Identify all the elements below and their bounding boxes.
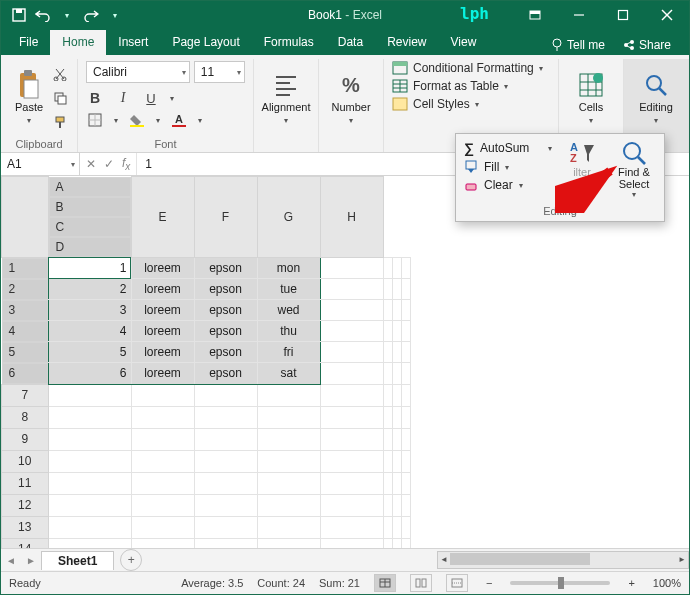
cell[interactable] bbox=[320, 321, 383, 342]
redo-icon[interactable] bbox=[81, 5, 101, 25]
cell[interactable] bbox=[48, 428, 131, 450]
cell[interactable] bbox=[401, 516, 410, 538]
paste-dropdown-icon[interactable]: ▾ bbox=[27, 116, 31, 125]
cell[interactable] bbox=[401, 406, 410, 428]
cell[interactable] bbox=[131, 384, 194, 406]
sheet-nav-next-icon[interactable]: ► bbox=[21, 555, 41, 566]
sort-filter-button[interactable]: AZ ilter▾ bbox=[556, 138, 608, 201]
copy-icon[interactable] bbox=[51, 89, 69, 107]
cell[interactable] bbox=[194, 516, 257, 538]
cell[interactable] bbox=[257, 406, 320, 428]
cell[interactable] bbox=[392, 450, 401, 472]
tab-view[interactable]: View bbox=[439, 30, 489, 55]
font-name-select[interactable]: Calibri▾ bbox=[86, 61, 190, 83]
cell[interactable] bbox=[320, 363, 383, 385]
cell[interactable] bbox=[383, 472, 392, 494]
font-color-button[interactable]: A bbox=[170, 111, 188, 129]
cell[interactable] bbox=[401, 363, 410, 385]
clear-button[interactable]: Clear ▾ bbox=[460, 176, 556, 194]
cell[interactable] bbox=[401, 428, 410, 450]
cell[interactable] bbox=[257, 428, 320, 450]
share-button[interactable]: Share bbox=[617, 35, 677, 55]
find-select-button[interactable]: Find & Select▾ bbox=[608, 138, 660, 201]
cell[interactable] bbox=[392, 300, 401, 321]
cell[interactable]: epson bbox=[194, 363, 257, 385]
fill-color-button[interactable] bbox=[128, 111, 146, 129]
view-normal-button[interactable] bbox=[374, 574, 396, 592]
zoom-slider-thumb[interactable] bbox=[558, 577, 564, 589]
cell[interactable] bbox=[401, 279, 410, 300]
cell[interactable] bbox=[392, 342, 401, 363]
row-header[interactable]: 12 bbox=[2, 494, 49, 516]
cell[interactable]: epson bbox=[194, 279, 257, 300]
cell[interactable]: mon bbox=[257, 257, 320, 279]
fill-color-dropdown-icon[interactable]: ▾ bbox=[156, 116, 160, 125]
zoom-slider[interactable] bbox=[510, 581, 610, 585]
row-header[interactable]: 4 bbox=[2, 321, 48, 342]
cell[interactable] bbox=[131, 472, 194, 494]
cell[interactable]: loreem bbox=[131, 257, 194, 279]
cell[interactable] bbox=[383, 363, 392, 385]
cell[interactable] bbox=[383, 428, 392, 450]
column-header[interactable]: A bbox=[49, 177, 131, 197]
cell[interactable] bbox=[257, 516, 320, 538]
cancel-formula-icon[interactable]: ✕ bbox=[86, 157, 96, 171]
cell[interactable]: 4 bbox=[48, 321, 131, 342]
minimize-button[interactable] bbox=[557, 1, 601, 29]
select-all-button[interactable] bbox=[2, 177, 49, 258]
cell[interactable] bbox=[320, 384, 383, 406]
tab-file[interactable]: File bbox=[7, 30, 50, 55]
cell[interactable] bbox=[383, 406, 392, 428]
cell[interactable] bbox=[392, 363, 401, 385]
cell[interactable] bbox=[320, 406, 383, 428]
cell[interactable]: 2 bbox=[48, 279, 131, 300]
cell[interactable]: thu bbox=[257, 321, 320, 342]
cell[interactable] bbox=[401, 472, 410, 494]
undo-icon[interactable] bbox=[33, 5, 53, 25]
row-header[interactable]: 8 bbox=[2, 406, 49, 428]
cell[interactable] bbox=[401, 342, 410, 363]
cell[interactable]: epson bbox=[194, 300, 257, 321]
cell[interactable] bbox=[194, 538, 257, 548]
column-header[interactable]: B bbox=[49, 197, 131, 217]
cell[interactable]: wed bbox=[257, 300, 320, 321]
cell[interactable] bbox=[383, 342, 392, 363]
cell[interactable] bbox=[392, 384, 401, 406]
zoom-in-button[interactable]: + bbox=[624, 577, 638, 589]
cell[interactable] bbox=[383, 300, 392, 321]
cell[interactable] bbox=[392, 279, 401, 300]
tab-formulas[interactable]: Formulas bbox=[252, 30, 326, 55]
cell[interactable] bbox=[320, 538, 383, 548]
cell[interactable] bbox=[392, 472, 401, 494]
cell[interactable] bbox=[194, 494, 257, 516]
cell[interactable] bbox=[401, 538, 410, 548]
row-header[interactable]: 14 bbox=[2, 538, 49, 548]
row-header[interactable]: 10 bbox=[2, 450, 49, 472]
enter-formula-icon[interactable]: ✓ bbox=[104, 157, 114, 171]
row-header[interactable]: 13 bbox=[2, 516, 49, 538]
editing-button[interactable]: Editing ▾ bbox=[632, 61, 680, 135]
cell[interactable]: fri bbox=[257, 342, 320, 363]
cell[interactable] bbox=[48, 538, 131, 548]
column-header[interactable]: H bbox=[320, 177, 383, 258]
paste-button[interactable]: Paste ▾ bbox=[9, 61, 49, 135]
maximize-button[interactable] bbox=[601, 1, 645, 29]
cell[interactable]: loreem bbox=[131, 279, 194, 300]
row-header[interactable]: 3 bbox=[2, 300, 48, 321]
cell[interactable] bbox=[383, 450, 392, 472]
cell[interactable] bbox=[194, 428, 257, 450]
cell[interactable] bbox=[320, 300, 383, 321]
cell[interactable] bbox=[401, 384, 410, 406]
cell[interactable]: sat bbox=[257, 363, 320, 385]
undo-dropdown-icon[interactable]: ▾ bbox=[57, 5, 77, 25]
sheet-nav-prev-icon[interactable]: ◄ bbox=[1, 555, 21, 566]
cell[interactable]: loreem bbox=[131, 300, 194, 321]
cell[interactable] bbox=[257, 472, 320, 494]
tab-data[interactable]: Data bbox=[326, 30, 375, 55]
cell[interactable] bbox=[392, 516, 401, 538]
cell[interactable] bbox=[392, 321, 401, 342]
cell[interactable]: epson bbox=[194, 257, 257, 279]
qat-customize-icon[interactable]: ▾ bbox=[105, 5, 125, 25]
number-dropdown-icon[interactable]: ▾ bbox=[349, 116, 353, 125]
cell[interactable] bbox=[194, 384, 257, 406]
